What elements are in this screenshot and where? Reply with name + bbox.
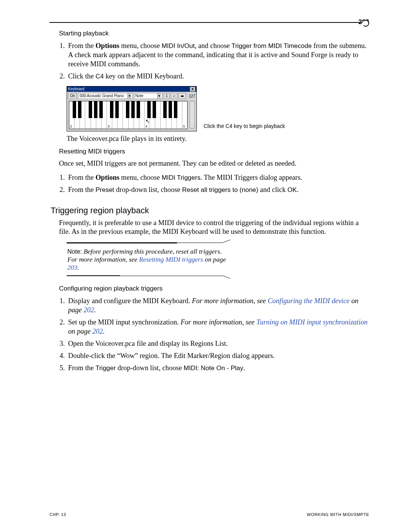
heading-starting-playback: Starting playback [59, 30, 369, 37]
heading-configuring: Configuring region playback triggers [59, 285, 369, 292]
step: From the Options menu, choose MIDI Trigg… [67, 173, 369, 182]
link-page-202b[interactable]: 202 [92, 328, 103, 335]
footer-chapter: CHP. 13 [49, 512, 66, 517]
paragraph: Once set, MIDI triggers are not permanen… [59, 159, 369, 168]
piano-keys[interactable]: 2 3 4 5 ↖ [69, 101, 188, 129]
keyboard-caption: Click the C4 key to begin playback [204, 123, 285, 131]
step: Set up the MIDI input synchronization. F… [67, 318, 369, 336]
keyboard-title: Keyboard [68, 87, 84, 91]
on-button[interactable]: On [68, 93, 77, 99]
nav-icon[interactable]: ◂▸ [178, 93, 186, 99]
note-select[interactable]: Note▾ [134, 93, 163, 99]
instrument-select[interactable]: 000 Acoustic Grand Piano▾ [78, 93, 132, 99]
step: From the Trigger drop-down list, choose … [67, 363, 369, 372]
paragraph: Frequently, it is preferable to use a MI… [59, 219, 369, 236]
keyboard-window: Keyboard x On 000 Acoustic Grand Piano▾ … [67, 86, 197, 131]
velocity-slider[interactable] [190, 101, 195, 128]
channel-spin[interactable]: 1 [164, 93, 170, 99]
link-page-202a[interactable]: 202 [84, 306, 94, 314]
chevron-down-icon: ▾ [127, 93, 131, 99]
heading-triggering: Triggering region playback [51, 206, 369, 216]
note-callout: Note: Before performing this procedure, … [67, 242, 230, 277]
step: From the Preset drop-down list, choose R… [67, 185, 369, 194]
step: Display and configure the MIDI Keyboard.… [67, 296, 369, 315]
step: Click the C4 key on the MIDI Keyboard. [67, 72, 369, 81]
velocity-value: 127 [187, 94, 195, 98]
link-midi-sync[interactable]: Turning on MIDI input synchronization [256, 318, 368, 326]
link-page-203[interactable]: 203 [67, 264, 77, 271]
chevron-down-icon: ▾ [157, 93, 161, 99]
paragraph: The Voiceover.pca file plays in its enti… [67, 134, 369, 143]
cursor-icon: ↖ [145, 118, 150, 124]
step: Double-click the “Wow” region. The Edit … [67, 351, 369, 360]
tool-icon[interactable]: ♫ [171, 93, 178, 99]
step: Open the Voiceover.pca file and display … [67, 339, 369, 348]
link-configuring-device[interactable]: Configuring the MIDI device [268, 297, 349, 305]
heading-resetting: Resetting MIDI triggers [59, 148, 369, 155]
link-resetting[interactable]: Resetting MIDI triggers [139, 256, 203, 263]
close-icon[interactable]: x [190, 87, 195, 91]
footer-title: WORKING WITH MIDI/SMPTE [307, 512, 369, 517]
page-top-rule [49, 22, 369, 23]
step: From the Options menu, choose MIDI In/Ou… [67, 41, 369, 69]
